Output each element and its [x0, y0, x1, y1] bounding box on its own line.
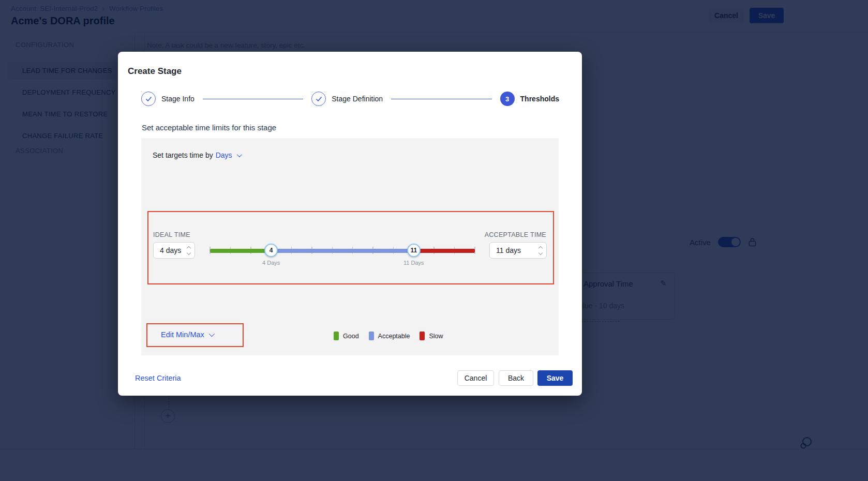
modal-title: Create Stage [128, 66, 182, 77]
threshold-slider[interactable]: 4114 Days11 Days [210, 244, 475, 268]
acceptable-slider-handle[interactable]: 11 [407, 244, 421, 257]
legend-label: Good [343, 333, 359, 340]
ideal-slider-handle[interactable]: 4 [264, 244, 278, 257]
step-2-label[interactable]: Stage Definition [332, 95, 383, 103]
step-1-check-icon[interactable] [141, 92, 156, 106]
reset-criteria-link[interactable]: Reset Criteria [135, 374, 181, 382]
step-1-label[interactable]: Stage Info [161, 95, 194, 103]
target-time-row: Set targets time by Days [153, 151, 241, 159]
acceptable-time-label: ACCEPTABLE TIME [485, 231, 546, 238]
ideal-time-label: IDEAL TIME [153, 231, 190, 238]
modal-save-button[interactable]: Save [537, 370, 573, 386]
legend-swatch [420, 332, 425, 340]
stepper: Stage Info Stage Definition 3 Thresholds [141, 92, 559, 106]
legend-label: Slow [429, 333, 443, 340]
acceptable-caption: 11 Days [403, 260, 424, 266]
legend-item: Good [334, 332, 359, 340]
step-2-check-icon[interactable] [311, 92, 326, 106]
stepper-up-icon[interactable] [187, 246, 191, 250]
chevron-down-icon [209, 331, 215, 337]
create-stage-modal: Create Stage Stage Info Stage Definition… [118, 52, 582, 396]
legend-item: Acceptable [369, 332, 410, 340]
ideal-time-input[interactable]: 4 days [153, 242, 195, 259]
chevron-down-icon [237, 152, 242, 157]
modal-back-button[interactable]: Back [499, 370, 533, 386]
stepper-down-icon[interactable] [187, 250, 191, 254]
legend-swatch [334, 332, 339, 340]
ideal-time-stepper[interactable] [187, 247, 190, 254]
ideal-time-value: 4 days [160, 246, 184, 254]
step-connector [391, 99, 491, 99]
slider-segment-good [210, 249, 271, 253]
slider-segment-slow [414, 249, 475, 253]
stepper-up-icon[interactable] [538, 246, 543, 250]
legend-label: Acceptable [378, 333, 410, 340]
acceptable-time-input[interactable]: 11 days [489, 242, 547, 259]
slider-segment-acceptable [271, 249, 414, 253]
stepper-down-icon[interactable] [538, 250, 543, 254]
target-unit-dropdown[interactable]: Days [216, 151, 232, 159]
step-connector [203, 99, 303, 99]
edit-minmax-button[interactable]: Edit Min/Max [161, 330, 213, 339]
step-3-number-badge[interactable]: 3 [500, 92, 515, 106]
legend: GoodAcceptableSlow [334, 332, 443, 340]
acceptable-time-stepper[interactable] [539, 247, 542, 254]
target-time-label: Set targets time by [153, 151, 213, 159]
edit-minmax-label: Edit Min/Max [161, 330, 204, 339]
ideal-caption: 4 Days [262, 260, 280, 266]
legend-swatch [369, 332, 374, 340]
legend-item: Slow [420, 332, 443, 340]
modal-cancel-button[interactable]: Cancel [457, 370, 494, 386]
step-3-label[interactable]: Thresholds [520, 95, 559, 103]
modal-subtitle: Set acceptable time limits for this stag… [142, 123, 276, 132]
thresholds-panel: Set targets time by Days IDEAL TIME 4 da… [141, 138, 559, 355]
acceptable-time-value: 11 days [496, 246, 536, 254]
